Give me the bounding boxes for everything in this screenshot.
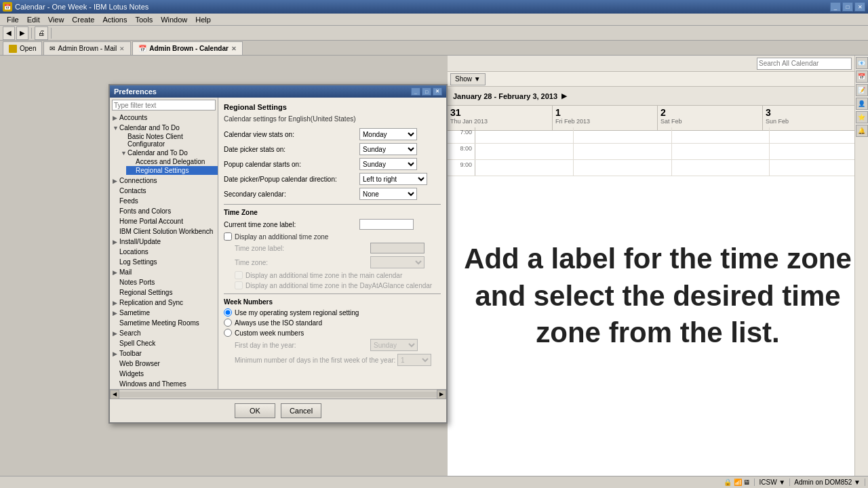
show-button[interactable]: Show ▼ — [450, 73, 486, 85]
tz-select[interactable] — [370, 256, 425, 268]
direction-select[interactable]: Left to right Right to left — [359, 173, 427, 185]
display-glance-label: Display an additional time zone in the D… — [245, 282, 432, 289]
dialog-hscroll[interactable]: ◀ ▶ — [110, 389, 446, 399]
dialog-minimize[interactable]: _ — [411, 87, 420, 96]
tz-label2-input[interactable] — [370, 243, 425, 253]
toolbar-separator-2 — [51, 28, 52, 39]
rt-icon-5[interactable]: ⭐ — [856, 111, 868, 123]
status-icsw[interactable]: ICSW ▼ — [755, 479, 790, 486]
tree-item-replication[interactable]: ▶Replication and Sync — [110, 298, 218, 308]
toolbar-back[interactable]: ◀ — [3, 26, 15, 40]
section-title: Regional Settings — [224, 103, 441, 111]
scroll-left[interactable]: ◀ — [110, 390, 119, 399]
tab-open[interactable]: Open — [3, 41, 42, 55]
tab-calendar-close[interactable]: ✕ — [231, 45, 237, 52]
tab-mail-close[interactable]: ✕ — [119, 45, 125, 52]
tree-label-sametime-meeting: Sametime Meeting Rooms — [119, 319, 215, 327]
menu-actions[interactable]: Actions — [98, 15, 131, 24]
status-lock-icon: 🔒 — [724, 479, 732, 486]
popup-calendar-select[interactable]: Monday Sunday Saturday — [359, 158, 417, 170]
menu-view[interactable]: View — [44, 15, 68, 24]
radio-iso[interactable] — [224, 319, 232, 327]
tree-item-calendar-todo[interactable]: ▼ Calendar and To Do Access and Delegati… — [118, 148, 218, 175]
date-picker-select[interactable]: Monday Sunday Saturday — [359, 143, 417, 155]
rt-icon-2[interactable]: 📅 — [856, 70, 868, 83]
sidebar-filter-input[interactable] — [112, 100, 216, 110]
dialog-restore[interactable]: □ — [422, 87, 431, 96]
tree-item-accounts[interactable]: ▶ Accounts — [110, 113, 218, 123]
tree-item-access[interactable]: Access and Delegation — [126, 157, 218, 166]
calendar-view-select[interactable]: Monday Sunday Saturday — [359, 128, 417, 140]
menu-tools[interactable]: Tools — [131, 15, 157, 24]
tree-item-sametime[interactable]: ▶Sametime — [110, 308, 218, 318]
dialog-close[interactable]: ✕ — [433, 87, 442, 96]
radio-os-label: Use my operating system regional setting — [235, 309, 359, 317]
search-input[interactable] — [757, 58, 852, 70]
time-row-9: 9:00 — [448, 160, 868, 176]
display-glance-checkbox[interactable] — [235, 281, 243, 289]
radio-custom[interactable] — [224, 329, 232, 337]
display-additional-checkbox[interactable] — [224, 232, 232, 241]
tree-item-locations[interactable]: Locations — [110, 247, 218, 257]
close-button[interactable]: ✕ — [854, 2, 865, 12]
ok-button[interactable]: OK — [235, 403, 275, 418]
tree-item-toolbar[interactable]: ▶Toolbar — [110, 348, 218, 359]
window-controls[interactable]: _ □ ✕ — [830, 2, 865, 12]
tab-mail-label: Admin Brown - Mail — [58, 45, 117, 52]
tree-item-contacts[interactable]: Contacts — [110, 186, 218, 196]
maximize-button[interactable]: □ — [842, 2, 853, 12]
min-days-select[interactable]: 1 2 3 4 — [397, 354, 431, 366]
tree-item-ibm-client[interactable]: IBM Client Solution Workbench — [110, 226, 218, 237]
tree-item-regional2[interactable]: Regional Settings — [110, 287, 218, 298]
tree-item-log[interactable]: Log Settings — [110, 257, 218, 267]
overlay-text: Add a label for the time zone and select… — [461, 241, 854, 352]
rt-icon-6[interactable]: 🔔 — [856, 125, 868, 137]
menu-file[interactable]: File — [3, 15, 23, 24]
tree-item-notes-ports[interactable]: Notes Ports — [110, 277, 218, 287]
tree-item-mail[interactable]: ▶Mail — [110, 267, 218, 277]
tree-item-windows-themes[interactable]: Windows and Themes — [110, 379, 218, 389]
tree-item-search[interactable]: ▶Search — [110, 328, 218, 338]
tz-label-input[interactable] — [359, 219, 414, 230]
tree-item-calendar[interactable]: ▼ Calendar and To Do Basic Notes Client … — [110, 123, 218, 176]
secondary-calendar-select[interactable]: None — [359, 188, 417, 200]
tab-mail[interactable]: ✉ Admin Brown - Mail ✕ — [43, 41, 131, 55]
menu-edit[interactable]: Edit — [23, 15, 44, 24]
tree-label-web-browser: Web Browser — [119, 360, 215, 367]
menu-help[interactable]: Help — [191, 15, 215, 24]
scroll-right[interactable]: ▶ — [437, 390, 446, 399]
display-main-checkbox[interactable] — [235, 271, 243, 279]
rt-icon-4[interactable]: 👤 — [856, 98, 868, 110]
tree-item-connections[interactable]: ▶Connections — [110, 176, 218, 186]
menu-window[interactable]: Window — [157, 15, 191, 24]
secondary-calendar-row: Secondary calendar: None — [224, 188, 441, 200]
tree-item-home-portal[interactable]: Home Portal Account — [110, 216, 218, 226]
tree-item-widgets[interactable]: Widgets — [110, 369, 218, 379]
tree-item-fonts[interactable]: Fonts and Colors — [110, 206, 218, 216]
date-picker-row: Date picker stats on: Monday Sunday Satu… — [224, 143, 441, 155]
rt-icon-3[interactable]: 📝 — [856, 84, 868, 96]
tree-item-spell[interactable]: Spell Check — [110, 338, 218, 348]
scroll-track[interactable] — [119, 392, 437, 397]
status-admin[interactable]: Admin on DOM852 ▼ — [790, 479, 865, 486]
minimize-button[interactable]: _ — [830, 2, 841, 12]
tree-item-install[interactable]: ▶Install/Update — [110, 237, 218, 247]
toolbar-forward[interactable]: ▶ — [16, 26, 28, 40]
cancel-button[interactable]: Cancel — [281, 403, 321, 418]
tree-item-web-browser[interactable]: Web Browser — [110, 359, 218, 369]
tab-calendar[interactable]: 📅 Admin Brown - Calendar ✕ — [132, 41, 243, 55]
first-day-select[interactable]: Sunday Monday — [370, 339, 418, 351]
tree-item-basic-notes[interactable]: Basic Notes Client Configurator — [118, 132, 218, 148]
dialog-title-bar: Preferences _ □ ✕ — [110, 85, 446, 98]
radio-os[interactable] — [224, 308, 232, 317]
toolbar-print[interactable]: 🖨 — [35, 26, 48, 40]
display-main-label: Display an additional time zone in the m… — [245, 272, 402, 279]
menu-create[interactable]: Create — [68, 15, 98, 24]
tree-label-connections: Connections — [119, 177, 215, 184]
tab-open-icon — [9, 45, 17, 53]
tree-item-sametime-meeting[interactable]: Sametime Meeting Rooms — [110, 318, 218, 328]
tree-item-feeds[interactable]: Feeds — [110, 196, 218, 206]
tree-item-regional[interactable]: Regional Settings — [126, 166, 218, 175]
dialog-footer: OK Cancel — [110, 399, 446, 422]
rt-icon-1[interactable]: 📧 — [856, 57, 868, 69]
